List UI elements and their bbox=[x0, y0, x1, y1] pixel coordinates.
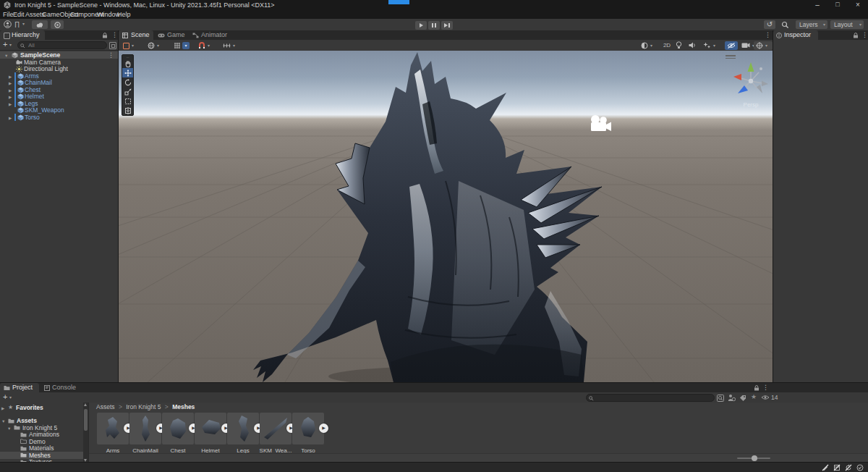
camera-gizmo-icon[interactable] bbox=[589, 114, 612, 133]
minimize-button[interactable]: – bbox=[807, 0, 827, 10]
tree-item-meshes[interactable]: Meshes bbox=[0, 452, 83, 459]
add-asset-button[interactable]: + bbox=[3, 392, 7, 402]
tool-handle-position-dropdown[interactable]: ▾ bbox=[123, 42, 140, 49]
search-by-type-button[interactable] bbox=[728, 394, 736, 402]
project-search-input[interactable] bbox=[597, 395, 712, 401]
scene-audio-toggle[interactable] bbox=[689, 42, 698, 49]
services-button[interactable] bbox=[51, 20, 64, 29]
tab-inspector[interactable]: Inspector bbox=[773, 30, 818, 40]
tree-item-demo[interactable]: Demo bbox=[0, 438, 83, 445]
shading-mode-dropdown[interactable]: ▾ bbox=[641, 42, 658, 49]
scroll-up-arrow[interactable] bbox=[84, 403, 87, 406]
hierarchy-item-arms[interactable]: ▶ Arms bbox=[0, 72, 118, 80]
chevron-down-icon[interactable]: ▾ bbox=[9, 42, 12, 47]
background-tasks-done-icon[interactable] bbox=[856, 464, 864, 471]
play-button[interactable] bbox=[415, 21, 427, 30]
version-control-dropdown[interactable]: ∏ ▾ bbox=[14, 20, 29, 29]
view-hand-tool[interactable] bbox=[122, 59, 133, 68]
scale-tool[interactable] bbox=[122, 87, 133, 96]
hierarchy-search-field[interactable] bbox=[17, 41, 107, 49]
refresh-disabled-icon[interactable] bbox=[845, 464, 852, 471]
open-search-window-button[interactable] bbox=[717, 395, 724, 402]
step-button[interactable] bbox=[441, 21, 453, 30]
cache-server-disabled-icon[interactable] bbox=[833, 464, 841, 471]
asset-tile-helmet[interactable]: ▶ bbox=[195, 413, 226, 444]
transform-tool[interactable] bbox=[122, 106, 133, 115]
pause-button[interactable] bbox=[428, 21, 440, 30]
hierarchy-item-chainmail[interactable]: ▶ ChainMail bbox=[0, 79, 118, 86]
cloud-button[interactable] bbox=[32, 20, 48, 29]
tree-item-iron-knight-5[interactable]: ▼ Iron Knight 5 bbox=[0, 424, 83, 431]
hierarchy-item-samplescene[interactable]: ▼ SampleScene ⋮ bbox=[0, 51, 118, 59]
tab-console[interactable]: Console bbox=[41, 383, 80, 392]
caret-right-icon[interactable]: ▶ bbox=[1, 405, 4, 412]
maximize-button[interactable]: □ bbox=[827, 0, 848, 10]
asset-tile-skm-weapon[interactable]: ▶ bbox=[260, 413, 292, 444]
kebab-menu-icon[interactable]: ⋮ bbox=[861, 30, 868, 40]
scrollbar-thumb[interactable] bbox=[84, 409, 88, 431]
search-window-icon[interactable] bbox=[109, 42, 116, 49]
tab-animator[interactable]: Animator bbox=[190, 30, 231, 40]
breadcrumb-meshes[interactable]: Meshes bbox=[172, 403, 195, 410]
move-tool[interactable] bbox=[122, 68, 133, 77]
scene-viewport[interactable]: — bbox=[119, 51, 773, 382]
chevron-down-icon[interactable]: ▾ bbox=[9, 395, 12, 400]
auto-generate-lighting-off-icon[interactable] bbox=[822, 464, 829, 471]
asset-tile-torso[interactable]: ▶ bbox=[292, 413, 324, 444]
add-object-button[interactable]: + bbox=[3, 40, 7, 49]
scene-visibility-toggle[interactable] bbox=[725, 41, 738, 50]
hidden-packages-eye-icon[interactable] bbox=[761, 395, 770, 400]
snap-increment-dropdown[interactable]: ▾ bbox=[223, 42, 242, 49]
hierarchy-item-legs[interactable]: ▶ Legs bbox=[0, 100, 118, 107]
tree-item-materials[interactable]: Materials bbox=[0, 444, 83, 452]
grid-visibility-dropdown[interactable]: ▾ bbox=[174, 42, 192, 49]
lock-icon[interactable] bbox=[754, 385, 760, 391]
account-button[interactable] bbox=[4, 20, 12, 29]
hierarchy-search-input[interactable] bbox=[28, 42, 105, 49]
menu-help[interactable]: Help bbox=[117, 10, 131, 19]
search-by-label-button[interactable] bbox=[739, 395, 746, 402]
hierarchy-item-directional-light[interactable]: Directional Light bbox=[0, 65, 118, 72]
lock-icon[interactable] bbox=[102, 33, 108, 38]
menu-file[interactable]: File bbox=[3, 10, 14, 19]
slider-knob[interactable] bbox=[752, 455, 757, 461]
kebab-menu-icon[interactable]: ⋮ bbox=[108, 51, 114, 59]
hierarchy-item-main-camera[interactable]: Main Camera bbox=[0, 59, 118, 66]
search-everything-button[interactable] bbox=[781, 21, 790, 30]
breadcrumb-iron-knight-5[interactable]: Iron Knight 5 bbox=[126, 403, 161, 410]
rect-tool[interactable] bbox=[122, 96, 133, 106]
kebab-menu-icon[interactable]: ⋮ bbox=[765, 30, 771, 40]
asset-tile-arms[interactable]: ▶ bbox=[97, 413, 129, 444]
save-search-button[interactable]: ★ bbox=[751, 393, 757, 400]
rotate-tool[interactable] bbox=[122, 77, 133, 87]
tree-scrollbar[interactable] bbox=[83, 403, 88, 463]
tree-item-assets[interactable]: ▼ Assets bbox=[0, 417, 83, 424]
lock-icon[interactable] bbox=[853, 33, 859, 38]
hierarchy-item-chest[interactable]: ▶ Chest bbox=[0, 86, 118, 93]
toggle-2d-button[interactable]: 2D bbox=[661, 41, 673, 49]
asset-tile-legs[interactable]: ▶ bbox=[227, 413, 259, 444]
hierarchy-item-torso[interactable]: ▶ Torso bbox=[0, 114, 118, 121]
snap-magnet-dropdown[interactable]: ▾ bbox=[198, 42, 217, 49]
tree-item-favorites[interactable]: ▶ ★ Favorites bbox=[0, 404, 83, 411]
asset-tile-chest[interactable]: ▶ bbox=[162, 413, 194, 444]
kebab-menu-icon[interactable]: ⋮ bbox=[762, 383, 769, 392]
asset-tile-chainmail[interactable]: ▶ bbox=[129, 413, 161, 444]
gizmos-dropdown[interactable]: ▾ bbox=[754, 41, 773, 50]
tool-handle-rotation-dropdown[interactable]: ▾ bbox=[148, 42, 165, 49]
close-button[interactable]: × bbox=[848, 0, 868, 10]
kebab-menu-icon[interactable]: ⋮ bbox=[111, 30, 118, 40]
undo-history-button[interactable]: ↺ bbox=[764, 20, 775, 29]
hierarchy-item-helmet[interactable]: ▶ Helmet bbox=[0, 93, 118, 100]
breadcrumb-assets[interactable]: Assets bbox=[96, 403, 115, 410]
layers-dropdown[interactable]: Layers ▾ bbox=[796, 20, 827, 29]
tab-project[interactable]: Project bbox=[0, 383, 39, 392]
thumbnail-zoom-slider[interactable] bbox=[737, 458, 770, 459]
hierarchy-item-skm-weapon[interactable]: SKM_Weapon bbox=[0, 106, 118, 114]
menu-edit[interactable]: Edit bbox=[13, 10, 25, 19]
layout-dropdown[interactable]: Layout ▾ bbox=[830, 20, 864, 29]
tab-hierarchy[interactable]: Hierarchy bbox=[0, 30, 45, 40]
tab-scene[interactable]: Scene bbox=[119, 30, 153, 40]
project-search-field[interactable] bbox=[586, 394, 715, 402]
effects-dropdown[interactable]: ▾ bbox=[703, 42, 722, 49]
